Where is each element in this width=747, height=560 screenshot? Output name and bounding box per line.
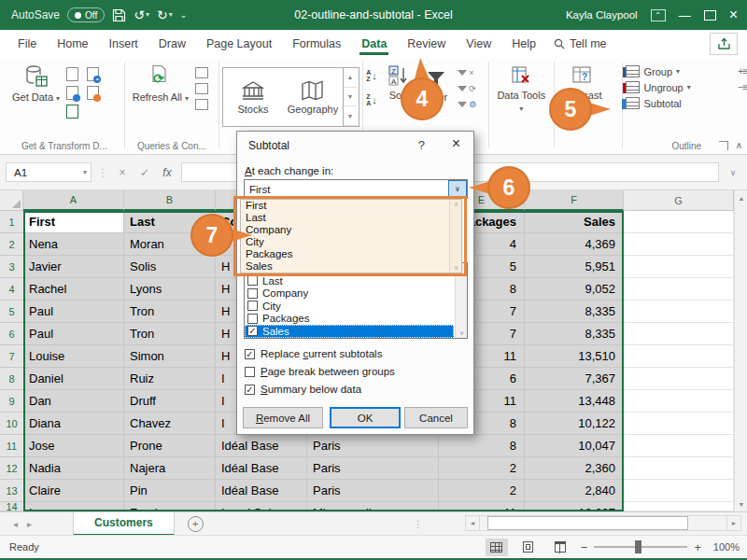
page-break-view-icon[interactable] — [549, 539, 571, 556]
cell-A7[interactable]: Louise — [23, 345, 124, 368]
properties-icon[interactable] — [195, 83, 208, 94]
ok-button[interactable]: OK — [330, 407, 401, 428]
combo-dropdown-icon[interactable]: ∨ — [448, 180, 467, 198]
cell-F11[interactable]: 10,047 — [525, 435, 624, 457]
dropdown-item-company[interactable]: Company — [241, 224, 461, 236]
insert-function-icon[interactable]: fx — [159, 166, 176, 179]
ribbon-display-options-icon[interactable]: ⌃ — [651, 9, 666, 21]
cell-A8[interactable]: Daniel — [23, 368, 124, 390]
cell-E13[interactable]: 2 — [439, 480, 525, 502]
dropdown-item-sales[interactable]: Sales — [241, 260, 461, 273]
share-button[interactable] — [710, 33, 738, 55]
checkbox-icon[interactable]: ✓ — [245, 349, 255, 359]
cell-A3[interactable]: Javier — [23, 256, 124, 278]
option-replace-current-subtotals[interactable]: ✓Replace current subtotals — [245, 348, 382, 359]
cell-C11[interactable]: Idéal Base — [216, 435, 307, 457]
existing-connections-icon[interactable] — [87, 86, 99, 100]
scroll-up-icon[interactable]: ▲ — [735, 190, 747, 205]
cell-G4[interactable] — [624, 278, 734, 301]
cell-A6[interactable]: Paul — [23, 323, 124, 345]
cell-F9[interactable]: 13,448 — [525, 390, 624, 413]
cell-F4[interactable]: 9,052 — [525, 278, 624, 301]
sort-a-to-z-icon[interactable]: AZ↓ — [366, 69, 377, 82]
cell-B7[interactable]: Simon — [124, 345, 216, 368]
dropdown-item-city[interactable]: City — [241, 236, 461, 248]
tab-insert[interactable]: Insert — [99, 32, 148, 57]
autosave-toggle[interactable]: Off — [67, 7, 105, 22]
cell-E14[interactable]: 11 — [439, 502, 525, 511]
geography-button[interactable]: Geography — [283, 68, 343, 126]
column-header-G[interactable]: G — [624, 190, 734, 211]
page-layout-view-icon[interactable] — [517, 539, 540, 556]
checkbox-icon[interactable] — [247, 301, 258, 311]
cell-F8[interactable]: 7,367 — [525, 368, 624, 390]
ungroup-button[interactable]: Ungroup ▾ — [626, 81, 690, 93]
cell-G14[interactable] — [624, 502, 734, 511]
tab-file[interactable]: File — [7, 32, 47, 57]
cell-G3[interactable] — [624, 256, 734, 278]
hide-detail-icon[interactable]: −≡ — [738, 82, 747, 92]
row-header-10[interactable]: 10 — [0, 413, 23, 435]
row-header-5[interactable]: 5 — [0, 301, 23, 323]
gallery-down-icon[interactable]: ▼ — [344, 88, 357, 107]
cell-E11[interactable]: 8 — [439, 435, 525, 457]
cell-D12[interactable]: Paris — [307, 457, 439, 480]
cell-C12[interactable]: Idéal Base — [216, 457, 307, 480]
cell-F14[interactable]: 13,627 — [525, 502, 624, 511]
zoom-slider-thumb[interactable] — [635, 540, 641, 553]
next-sheet-icon[interactable]: ▸ — [27, 519, 32, 529]
dropdown-item-first[interactable]: First — [241, 200, 461, 212]
tab-data[interactable]: Data — [351, 32, 397, 57]
listbox-scroll-down-icon[interactable]: ∨ — [456, 329, 468, 337]
reapply-filter-icon[interactable]: ⟳ — [458, 84, 476, 93]
get-data-button[interactable]: Get Data ▾ — [7, 62, 64, 124]
data-tools-button[interactable]: Data Tools ▾ — [492, 62, 551, 116]
undo-chevron-icon[interactable]: ▾ — [146, 11, 149, 19]
stocks-button[interactable]: Stocks — [223, 68, 283, 126]
cell-F13[interactable]: 2,840 — [525, 480, 624, 502]
cell-F1[interactable]: Sales — [525, 211, 624, 233]
cell-G12[interactable] — [624, 457, 734, 480]
subtotal-button[interactable]: Subtotal — [626, 97, 681, 109]
dropdown-item-last[interactable]: Last — [241, 212, 461, 224]
cell-D13[interactable]: Paris — [307, 480, 439, 502]
cell-B14[interactable]: Fonda — [124, 502, 216, 511]
group-button[interactable]: Group ▾ — [626, 65, 680, 77]
checkbox-icon[interactable] — [247, 314, 258, 324]
cell-G6[interactable] — [624, 323, 734, 345]
zoom-in-icon[interactable]: + — [694, 540, 701, 554]
column-header-A[interactable]: A — [23, 190, 124, 211]
prev-sheet-icon[interactable]: ◂ — [13, 519, 18, 529]
customize-quick-access-icon[interactable]: ⌄ — [180, 11, 188, 20]
dropdown-scrollbar[interactable]: ∧ ∨ — [449, 200, 461, 273]
sheet-tab-customers[interactable]: Customers — [73, 512, 175, 536]
option-summary-below-data[interactable]: ✓Summary below data — [245, 384, 361, 395]
row-header-12[interactable]: 12 — [0, 457, 23, 480]
cell-A10[interactable]: Diana — [23, 413, 124, 435]
cell-B5[interactable]: Tron — [124, 301, 216, 323]
checkbox-icon[interactable] — [245, 367, 255, 377]
show-detail-icon[interactable]: +≡ — [738, 66, 747, 77]
row-header-4[interactable]: 4 — [0, 278, 23, 301]
zoom-slider[interactable] — [594, 546, 687, 548]
normal-view-icon[interactable] — [486, 539, 508, 556]
cell-A9[interactable]: Dan — [23, 390, 124, 413]
cell-F12[interactable]: 2,360 — [525, 457, 624, 480]
cell-B13[interactable]: Pin — [124, 480, 216, 502]
name-box-dropdown-icon[interactable]: ▾ — [83, 168, 87, 176]
dropdown-scroll-up-icon[interactable]: ∧ — [450, 201, 462, 208]
from-text-icon[interactable] — [66, 67, 78, 81]
subtotal-list-item-company[interactable]: Company — [245, 287, 454, 301]
tab-help[interactable]: Help — [501, 32, 546, 57]
tell-me-box[interactable]: Tell me — [554, 37, 607, 50]
advanced-filter-icon[interactable]: ⚙ — [458, 100, 476, 109]
redo-chevron-icon[interactable]: ▾ — [169, 11, 173, 19]
row-header-13[interactable]: 13 — [0, 480, 23, 502]
dialog-close-button[interactable]: × — [452, 135, 460, 152]
cancel-button[interactable]: Cancel — [404, 407, 468, 428]
cell-G11[interactable] — [624, 435, 734, 457]
scroll-right-icon[interactable]: ▸ — [726, 515, 741, 531]
row-header-11[interactable]: 11 — [0, 435, 23, 457]
subtotal-list-item-last[interactable]: Last — [245, 274, 454, 287]
queries-connections-icon[interactable] — [195, 67, 208, 78]
